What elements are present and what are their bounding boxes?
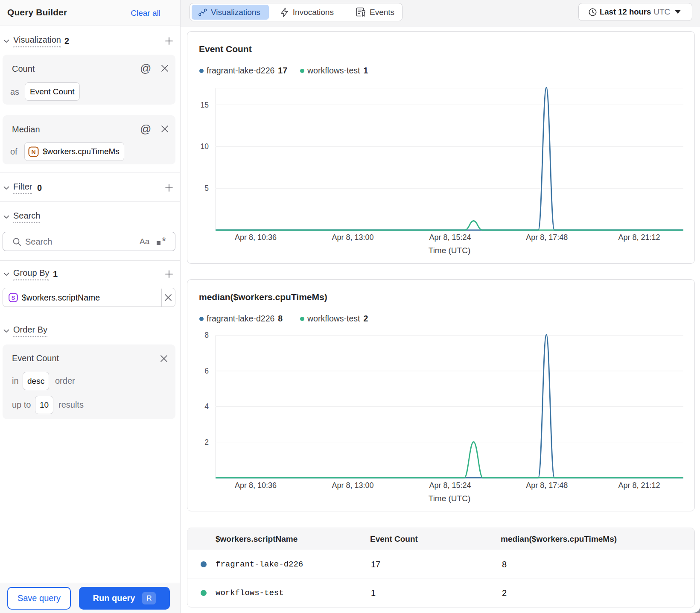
svg-text:Apr 8, 17:48: Apr 8, 17:48 <box>526 233 568 242</box>
svg-text:Apr 8, 17:48: Apr 8, 17:48 <box>526 481 568 490</box>
svg-text:Apr 8, 21:12: Apr 8, 21:12 <box>618 481 660 490</box>
svg-text:Apr 8, 15:24: Apr 8, 15:24 <box>429 481 471 490</box>
svg-text:Apr 8, 10:36: Apr 8, 10:36 <box>235 481 277 490</box>
svg-text:4: 4 <box>204 402 209 411</box>
svg-text:Time (UTC): Time (UTC) <box>429 246 471 255</box>
svg-text:6: 6 <box>204 367 209 375</box>
svg-text:Apr 8, 21:12: Apr 8, 21:12 <box>618 233 660 242</box>
svg-text:15: 15 <box>201 101 209 109</box>
svg-text:Apr 8, 15:24: Apr 8, 15:24 <box>429 233 471 242</box>
svg-text:2: 2 <box>204 438 209 447</box>
svg-text:Apr 8, 13:00: Apr 8, 13:00 <box>332 481 374 490</box>
svg-text:8: 8 <box>204 331 209 339</box>
svg-text:N: N <box>31 149 35 155</box>
svg-text:10: 10 <box>201 142 209 151</box>
svg-text:5: 5 <box>204 184 209 193</box>
svg-text:Apr 8, 10:36: Apr 8, 10:36 <box>235 233 277 242</box>
svg-text:S: S <box>12 295 15 301</box>
svg-text:Time (UTC): Time (UTC) <box>429 494 471 503</box>
svg-text:Apr 8, 13:00: Apr 8, 13:00 <box>332 233 374 242</box>
